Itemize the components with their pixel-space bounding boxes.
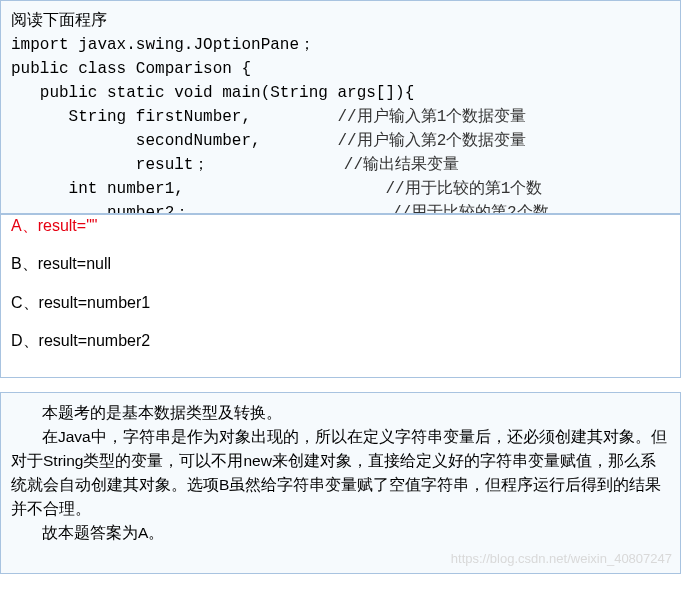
code-block: 阅读下面程序 import javax.swing.JOptionPane； p… — [0, 0, 681, 214]
option-text: result=null — [38, 255, 111, 272]
code-comment: //用于比较的第2个数 — [392, 204, 549, 214]
code-comment: //用户输入第1个数据变量 — [337, 108, 526, 126]
option-text: result=number1 — [39, 294, 151, 311]
explanation-line: 故本题答案为A。 — [11, 521, 670, 545]
explanation-line: 本题考的是基本数据类型及转换。 — [11, 401, 670, 425]
code-line: import javax.swing.JOptionPane； — [11, 36, 315, 54]
code-line: result； — [11, 156, 209, 174]
code-comment: //用于比较的第1个数 — [385, 180, 542, 198]
code-line: String firstNumber, — [11, 108, 251, 126]
code-comment: //用户输入第2个数据变量 — [337, 132, 526, 150]
option-text: result=number2 — [39, 332, 151, 349]
option-label: A、 — [11, 217, 38, 234]
code-line: public static void main(String args[]){ — [11, 84, 414, 102]
code-line: number2； — [11, 204, 190, 214]
code-line: public class Comparison { — [11, 60, 251, 78]
options-block: A、result="" B、result=null C、result=numbe… — [0, 214, 681, 378]
code-line: int number1, — [11, 180, 184, 198]
option-label: B、 — [11, 255, 38, 272]
explanation-block: 本题考的是基本数据类型及转换。 在Java中，字符串是作为对象出现的，所以在定义… — [0, 392, 681, 574]
option-d: D、result=number2 — [11, 330, 670, 352]
code-comment: //输出结果变量 — [344, 156, 459, 174]
watermark-text: https://blog.csdn.net/weixin_40807247 — [451, 549, 672, 569]
option-a: A、result="" — [11, 215, 670, 237]
option-text: result="" — [38, 217, 98, 234]
option-label: D、 — [11, 332, 39, 349]
option-c: C、result=number1 — [11, 292, 670, 314]
code-line: 阅读下面程序 — [11, 12, 107, 30]
explanation-line: 在Java中，字符串是作为对象出现的，所以在定义字符串变量后，还必须创建其对象。… — [11, 425, 670, 521]
option-label: C、 — [11, 294, 39, 311]
option-b: B、result=null — [11, 253, 670, 275]
code-line: secondNumber, — [11, 132, 261, 150]
